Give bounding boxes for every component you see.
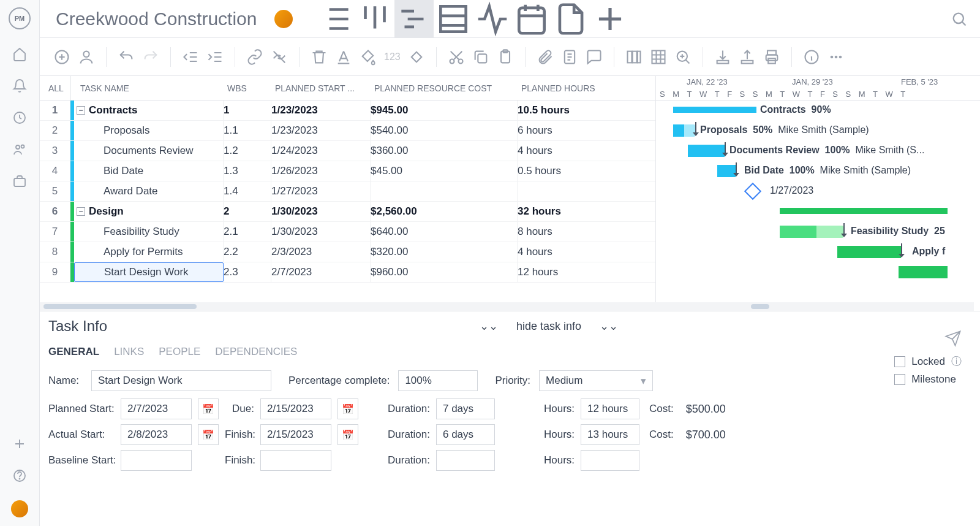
unlink-icon[interactable]	[271, 48, 288, 66]
attachment-icon[interactable]	[537, 48, 554, 66]
gantt-task-bar[interactable]	[837, 246, 901, 258]
task-name-cell[interactable]: Bid Date	[74, 161, 224, 181]
cut-icon[interactable]	[448, 48, 465, 66]
view-gantt-icon[interactable]	[394, 0, 434, 38]
view-calendar-icon[interactable]	[512, 0, 551, 38]
baseline-finish-field[interactable]	[260, 450, 331, 471]
percent-complete-field[interactable]	[398, 370, 478, 391]
tab-links[interactable]: LINKS	[114, 346, 144, 358]
bell-icon[interactable]	[12, 78, 27, 93]
view-add-icon[interactable]	[590, 0, 630, 38]
print-icon[interactable]	[763, 48, 780, 66]
table-row[interactable]: 5Award Date1.41/27/2023	[40, 181, 655, 202]
delete-icon[interactable]	[311, 48, 328, 66]
calendar-icon[interactable]: 📅	[198, 424, 219, 445]
gantt-summary-bar[interactable]	[780, 208, 948, 214]
col-start[interactable]: PLANNED START ...	[275, 83, 374, 93]
table-row[interactable]: 8Apply for Permits2.22/3/2023$320.004 ho…	[40, 242, 655, 262]
undo-icon[interactable]	[118, 48, 135, 66]
gantt-row[interactable]: Feasibility Study 25	[656, 222, 980, 242]
col-wbs[interactable]: WBS	[227, 83, 275, 93]
calendar-icon[interactable]: 📅	[198, 398, 219, 419]
fill-color-icon[interactable]	[360, 48, 377, 66]
task-name-cell[interactable]: Feasibility Study	[74, 222, 224, 242]
add-icon[interactable]	[12, 436, 27, 451]
collapse-icon[interactable]: −	[77, 207, 85, 216]
view-table-icon[interactable]	[434, 0, 473, 38]
gantt-row[interactable]: Contracts 90%	[656, 101, 980, 121]
baseline-start-field[interactable]	[121, 450, 192, 471]
task-name-cell[interactable]: Award Date	[74, 181, 224, 201]
task-name-cell[interactable]: Documents Review	[74, 141, 224, 161]
zoom-icon[interactable]	[674, 48, 692, 66]
milestone-icon[interactable]	[408, 48, 425, 66]
project-avatar[interactable]	[274, 10, 293, 28]
baseline-hours-field[interactable]	[581, 450, 639, 471]
task-name-cell[interactable]: Apply for Permits	[74, 242, 224, 262]
info-icon[interactable]	[803, 48, 820, 66]
grid-icon[interactable]	[650, 48, 667, 66]
home-icon[interactable]	[12, 47, 27, 61]
gantt-row[interactable]	[656, 202, 980, 222]
actual-hours-field[interactable]	[581, 424, 639, 445]
table-row[interactable]: 3Documents Review1.21/24/2023$360.004 ho…	[40, 141, 655, 161]
more-icon[interactable]	[827, 48, 845, 66]
comment-icon[interactable]	[586, 48, 603, 66]
col-cost[interactable]: PLANNED RESOURCE COST	[374, 83, 521, 93]
finish-field[interactable]	[260, 424, 331, 445]
table-row[interactable]: 2Proposals1.11/23/2023$540.006 hours	[40, 121, 655, 141]
view-board-icon[interactable]	[355, 0, 394, 38]
col-hours[interactable]: PLANNED HOURS	[521, 83, 613, 93]
gantt-task-bar[interactable]	[780, 226, 843, 238]
table-row[interactable]: 1−Contracts11/23/2023$945.0010.5 hours	[40, 101, 655, 121]
text-style-icon[interactable]	[335, 48, 352, 66]
task-name-cell[interactable]: Proposals	[74, 121, 224, 140]
app-logo[interactable]: PM	[9, 7, 31, 29]
view-list-icon[interactable]	[316, 0, 355, 38]
milestone-diamond[interactable]	[744, 183, 761, 200]
table-row[interactable]: 7Feasibility Study2.11/30/2023$640.008 h…	[40, 222, 655, 242]
grid-scrollbar[interactable]	[40, 302, 656, 311]
people-icon[interactable]	[12, 142, 27, 157]
gantt-task-bar[interactable]	[673, 124, 695, 137]
number-format-icon[interactable]: 123	[384, 51, 401, 63]
gantt-task-bar[interactable]	[899, 266, 948, 278]
gantt-task-bar[interactable]	[688, 145, 725, 157]
gantt-row[interactable]: Proposals 50% Mike Smith (Sample)	[656, 121, 980, 141]
task-name-cell[interactable]: −Contracts	[74, 101, 224, 120]
table-row[interactable]: 9Start Design Work2.32/7/2023$960.0012 h…	[40, 262, 655, 283]
send-icon[interactable]	[944, 330, 962, 349]
calendar-icon[interactable]: 📅	[337, 398, 358, 419]
gantt-scrollbar[interactable]	[656, 302, 974, 311]
gantt-row[interactable]: 1/27/2023	[656, 181, 980, 202]
tab-people[interactable]: PEOPLE	[159, 346, 200, 358]
collapse-icon[interactable]: −	[77, 106, 85, 115]
gantt-summary-bar[interactable]	[673, 107, 756, 113]
priority-select[interactable]: Medium	[539, 370, 653, 391]
tab-general[interactable]: GENERAL	[48, 346, 99, 358]
briefcase-icon[interactable]	[12, 174, 27, 189]
search-icon[interactable]	[951, 10, 968, 28]
add-task-icon[interactable]	[53, 48, 70, 66]
duration-field[interactable]	[436, 398, 495, 419]
hours-field[interactable]	[581, 398, 639, 419]
view-file-icon[interactable]	[551, 0, 590, 38]
columns-icon[interactable]	[625, 48, 643, 66]
locked-checkbox[interactable]: Locked ⓘ	[894, 354, 962, 368]
gantt-row[interactable]: Apply f	[656, 242, 980, 262]
clock-icon[interactable]	[12, 110, 27, 125]
link-icon[interactable]	[246, 48, 263, 66]
actual-duration-field[interactable]	[436, 424, 495, 445]
col-all[interactable]: ALL	[40, 83, 70, 93]
user-avatar[interactable]	[11, 500, 28, 517]
gantt-row[interactable]: Bid Date 100% Mike Smith (Sample)	[656, 161, 980, 181]
hide-task-info-button[interactable]: ⌄⌄ hide task info ⌄⌄	[480, 319, 618, 333]
col-task[interactable]: TASK NAME	[74, 83, 227, 93]
copy-icon[interactable]	[472, 48, 489, 66]
name-field[interactable]	[91, 370, 271, 391]
paste-icon[interactable]	[497, 48, 514, 66]
add-person-icon[interactable]	[78, 48, 95, 66]
due-field[interactable]	[260, 398, 331, 419]
help-icon[interactable]	[12, 468, 27, 483]
baseline-duration-field[interactable]	[436, 450, 495, 471]
